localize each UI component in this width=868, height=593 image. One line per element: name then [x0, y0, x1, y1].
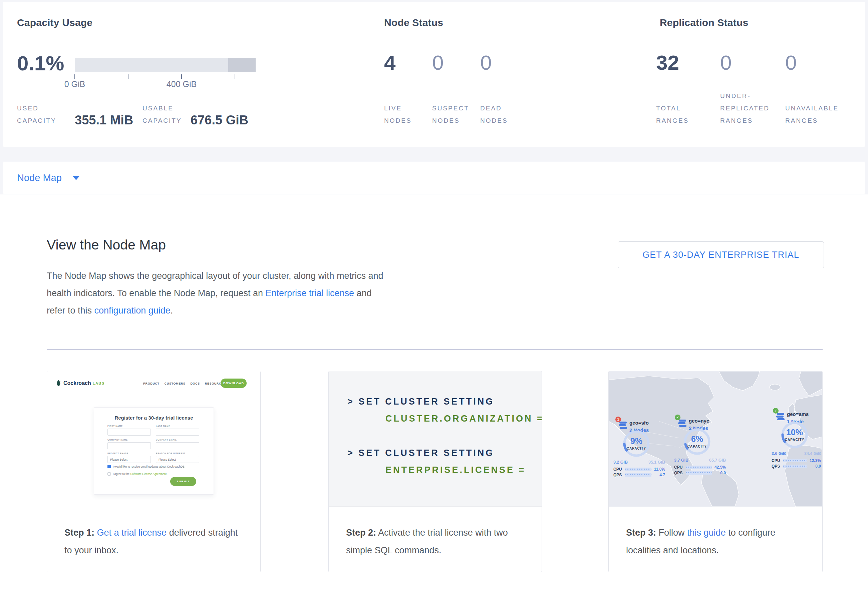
capacity-axis-label-400: 400 GiB	[155, 79, 208, 89]
checkbox-checked-icon	[108, 465, 111, 468]
nav-item: CUSTOMERS	[164, 382, 186, 385]
used-gib: 3.6 GiB	[772, 451, 786, 456]
intro-paragraph: The Node Map shows the geographical layo…	[47, 267, 384, 319]
cockroach-icon	[56, 380, 61, 387]
capacity-axis-tick	[74, 74, 75, 79]
license-agreement-checkbox-row: I agree to the Software License Agreemen…	[108, 472, 168, 475]
download-button: DOWNLOAD	[221, 378, 247, 388]
cockroach-labs-logo: Cockroach LABS	[56, 380, 105, 387]
sql-setting-line: ENTERPRISE.LICENSE =	[385, 465, 526, 475]
unavailable-ranges-value: 0	[785, 52, 797, 74]
node-metrics: 3.7 GiB65.7 GiB CPU42.5% QPS0.0	[674, 458, 726, 475]
dead-nodes-value: 0	[480, 52, 492, 74]
field-label: COMPANY NAME	[108, 438, 128, 441]
node-map-selector-label: Node Map	[17, 172, 62, 184]
capacity-percent: 0.1%	[17, 52, 64, 75]
used-capacity-label: USED CAPACITY	[17, 102, 75, 127]
usable-capacity-value: 676.5 GiB	[190, 113, 248, 127]
configuration-guide-link[interactable]: configuration guide	[94, 306, 171, 315]
node-map-promo-section: View the Node Map The Node Map shows the…	[0, 194, 868, 593]
nav-item: PRODUCT	[143, 382, 159, 385]
node-metrics: 3.6 GiB34.4 GiB CPU12.3% QPS0.0	[772, 451, 821, 469]
step1-card: Cockroach LABS PRODUCT CUSTOMERS DOCS RE…	[47, 371, 261, 572]
field-label: FIRST NAME	[108, 425, 123, 427]
field-label: LAST NAME	[156, 425, 170, 427]
summary-region: Capacity Usage 0.1% 0 GiB 400 GiB USED C…	[0, 0, 868, 194]
used-gib: 3.7 GiB	[674, 458, 688, 463]
company-name-input	[108, 442, 151, 449]
db-stack-icon	[619, 421, 627, 429]
cpu-label: CPU	[772, 458, 781, 463]
capacity-axis-tick	[235, 74, 235, 79]
get-enterprise-trial-button[interactable]: GET A 30-DAY ENTERPRISE TRIAL	[618, 241, 824, 268]
capacity-axis-tick	[181, 74, 182, 79]
node-locality-label: geo=sfo	[629, 420, 649, 425]
unavailable-ranges-label: UNAVAILABLE RANGES	[785, 102, 864, 127]
reason-select: Please Select	[156, 456, 199, 463]
step2-card: > SET CLUSTER SETTING CLUSTER.ORGANIZATI…	[328, 371, 542, 572]
field-label: REASON FOR INTEREST	[156, 452, 186, 455]
capacity-usage-title: Capacity Usage	[17, 17, 93, 28]
capacity-percent-label: 9%	[622, 436, 651, 446]
cpu-value: 11.0%	[654, 467, 665, 472]
live-nodes-value: 4	[384, 52, 396, 74]
total-ranges-value: 32	[656, 52, 679, 74]
nav-item: DOCS	[190, 382, 199, 385]
cpu-sparkline	[686, 466, 712, 469]
qps-value: 0.0	[714, 471, 726, 475]
node-map-preview: 1 geo=sfo 2 Nodes 9% CAPACITY	[609, 371, 822, 507]
sql-command-line: > SET CLUSTER SETTING	[347, 448, 494, 458]
capacity-caption: CAPACITY	[780, 438, 809, 441]
capacity-axis-tick	[128, 74, 128, 79]
capacity-ring: 10% CAPACITY	[780, 421, 809, 449]
brand-text: Cockroach	[63, 380, 91, 386]
chevron-down-icon	[72, 176, 80, 180]
trial-site-screenshot: Cockroach LABS PRODUCT CUSTOMERS DOCS RE…	[47, 371, 260, 519]
company-email-input	[156, 442, 199, 449]
sql-screenshot: > SET CLUSTER SETTING CLUSTER.ORGANIZATI…	[329, 371, 542, 507]
field-label: COMPANY EMAIL	[156, 438, 177, 441]
cluster-overview-page: Capacity Usage 0.1% 0 GiB 400 GiB USED C…	[0, 0, 868, 593]
trial-license-form: Register for a 30-day trial license FIRS…	[94, 407, 214, 494]
capacity-percent-label: 6%	[683, 434, 712, 444]
cpu-value: 12.3%	[810, 458, 821, 463]
node-locality-label: geo=nyc	[689, 418, 709, 424]
sql-setting-line: CLUSTER.ORGANIZATION =	[385, 413, 542, 424]
qps-value: 0.0	[810, 464, 821, 469]
qps-label: QPS	[674, 471, 683, 475]
capacity-ring: 6% CAPACITY	[683, 427, 712, 456]
submit-button: SUBMIT	[170, 477, 196, 486]
suspect-nodes-value: 0	[432, 52, 443, 74]
first-name-input	[108, 428, 151, 436]
checkbox-label: I would like to receive email updates ab…	[113, 465, 185, 468]
field-label: PROJECT PHASE	[108, 452, 128, 455]
capacity-caption: CAPACITY	[622, 447, 651, 450]
node-status-title: Node Status	[384, 17, 443, 28]
total-gib: 34.4 GiB	[804, 451, 821, 456]
capacity-percent-label: 10%	[780, 428, 809, 437]
node-locality-label: geo=ams	[787, 411, 809, 417]
sql-command-line: > SET CLUSTER SETTING	[347, 397, 494, 407]
node-map-selector[interactable]: Node Map	[3, 162, 865, 194]
get-trial-license-link[interactable]: Get a trial license	[97, 528, 167, 538]
under-replicated-ranges-value: 0	[720, 52, 732, 74]
qps-sparkline	[625, 473, 651, 477]
cpu-value: 42.5%	[714, 465, 726, 469]
enterprise-trial-license-link[interactable]: Enterprise trial license	[265, 288, 354, 298]
db-stack-icon	[678, 419, 687, 427]
step3-card: 1 geo=sfo 2 Nodes 9% CAPACITY	[608, 371, 822, 572]
summary-panel: Capacity Usage 0.1% 0 GiB 400 GiB USED C…	[3, 1, 865, 147]
project-phase-select: Please Select	[108, 456, 151, 463]
step2-caption: Step 2: Activate the trial license with …	[346, 524, 528, 559]
step3-caption: Step 3: Follow this guide to configure l…	[626, 524, 808, 559]
form-title: Register for a 30-day trial license	[94, 415, 214, 421]
qps-sparkline	[686, 471, 712, 475]
used-gib: 3.2 GiB	[613, 460, 628, 465]
qps-value: 4.7	[654, 472, 665, 477]
suspect-nodes-label: SUSPECT NODES	[432, 102, 479, 127]
section-divider	[47, 349, 822, 350]
qps-sparkline	[783, 465, 807, 468]
used-capacity-value: 355.1 MiB	[75, 113, 133, 127]
last-name-input	[156, 428, 199, 436]
this-guide-link[interactable]: this guide	[687, 528, 726, 538]
